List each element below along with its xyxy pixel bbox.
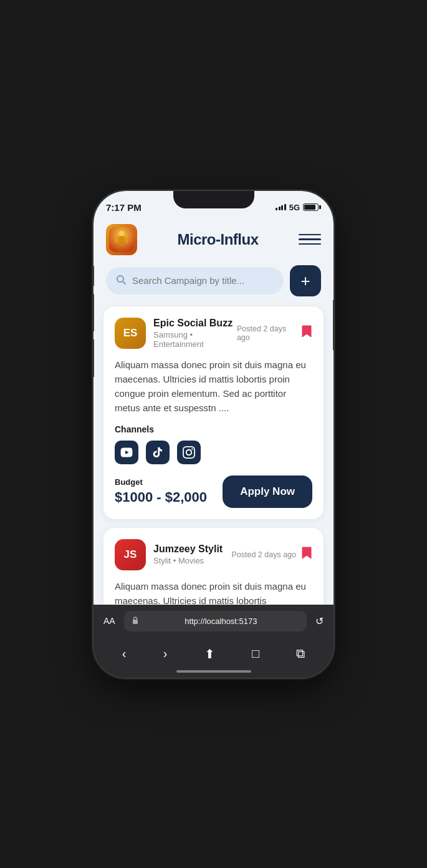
app-header: Micro-Influx — [94, 217, 333, 265]
channels-label-1: Channels — [115, 424, 312, 434]
search-input-wrapper[interactable] — [106, 267, 284, 295]
apply-now-button-1[interactable]: Apply Now — [223, 475, 312, 508]
battery-icon — [303, 203, 321, 211]
search-input[interactable] — [132, 275, 274, 286]
svg-point-1 — [119, 231, 124, 236]
instagram-icon — [183, 446, 195, 459]
hamburger-line-1 — [299, 234, 321, 236]
signal-bar-3 — [281, 205, 283, 210]
back-button[interactable]: ‹ — [117, 644, 132, 663]
svg-point-2 — [117, 248, 127, 251]
tiktok-channel-icon — [146, 441, 170, 464]
brand-info-1: Epic Social Buzz Samsung • Entertainment — [153, 318, 237, 349]
youtube-icon — [120, 446, 133, 459]
refresh-button[interactable]: ↺ — [315, 615, 324, 627]
brand-avatar-js: JS — [115, 539, 146, 570]
browser-aa-button[interactable]: AA — [103, 616, 115, 626]
brand-meta-2: Stylit • Movies — [153, 556, 223, 565]
card-header-right-1: Posted 2 days ago — [237, 324, 312, 342]
card-header-1: ES Epic Social Buzz Samsung • Entertainm… — [115, 318, 312, 349]
card-header-right-2: Posted 2 days ago — [231, 546, 312, 563]
card-header-left-2: JS Jumzeey Stylit Stylit • Movies — [115, 539, 223, 570]
status-time: 7:17 PM — [106, 202, 142, 213]
logo-svg — [109, 227, 134, 252]
channels-icons-1 — [115, 441, 312, 464]
home-indicator[interactable] — [176, 670, 251, 673]
card-description-2: Aliquam massa donec proin sit duis magna… — [115, 579, 312, 605]
signal-bar-4 — [284, 204, 286, 210]
youtube-channel-icon — [115, 441, 138, 464]
tiktok-icon — [151, 446, 164, 459]
search-container: + — [94, 265, 333, 306]
svg-rect-5 — [133, 620, 138, 624]
budget-label-1: Budget — [115, 477, 207, 487]
avatar-text-2: JS — [124, 549, 137, 561]
battery-body — [303, 203, 319, 211]
phone-frame: 7:17 PM 5G — [94, 191, 333, 678]
signal-icon — [276, 204, 286, 210]
search-icon — [116, 275, 126, 287]
hamburger-line-2 — [299, 238, 321, 240]
budget-amount-1: $1000 - $2,000 — [115, 489, 207, 505]
brand-avatar-es: ES — [115, 318, 146, 349]
add-icon: + — [300, 273, 310, 289]
app-title: Micro-Influx — [178, 231, 259, 248]
volume-mute-button[interactable] — [94, 266, 94, 286]
avatar-text-1: ES — [123, 327, 138, 339]
brand-meta-1: Samsung • Entertainment — [153, 330, 237, 349]
tabs-button[interactable]: ⧉ — [291, 644, 310, 663]
card-header-2: JS Jumzeey Stylit Stylit • Movies Posted… — [115, 539, 312, 570]
browser-bar: AA http://localhost:5173 ↺ — [94, 605, 333, 638]
power-button[interactable] — [333, 300, 333, 350]
campaign-card-jumzeey-stylit: JS Jumzeey Stylit Stylit • Movies Posted… — [103, 528, 324, 605]
bookmark-icon-1[interactable] — [301, 324, 312, 341]
hamburger-line-3 — [299, 243, 321, 245]
signal-bar-1 — [276, 208, 277, 210]
browser-url-text: http://localhost:5173 — [143, 617, 299, 626]
instagram-channel-icon — [177, 441, 201, 464]
svg-line-4 — [123, 281, 125, 284]
brand-info-2: Jumzeey Stylit Stylit • Movies — [153, 544, 223, 565]
bookmarks-button[interactable]: □ — [247, 644, 264, 663]
posted-date-2: Posted 2 days ago — [231, 550, 296, 559]
add-campaign-button[interactable]: + — [290, 265, 321, 296]
campaigns-list: ES Epic Social Buzz Samsung • Entertainm… — [94, 306, 333, 605]
budget-section-1: Budget $1000 - $2,000 — [115, 477, 207, 505]
battery-fill — [304, 205, 315, 210]
network-label: 5G — [289, 203, 300, 212]
share-button[interactable]: ⬆ — [199, 644, 220, 664]
status-bar: 7:17 PM 5G — [94, 191, 333, 217]
campaign-card-epic-social-buzz: ES Epic Social Buzz Samsung • Entertainm… — [103, 306, 324, 519]
status-icons: 5G — [276, 203, 321, 212]
brand-name-1: Epic Social Buzz — [153, 318, 237, 329]
bookmark-icon-2[interactable] — [301, 546, 312, 563]
volume-up-button[interactable] — [94, 294, 94, 331]
lock-icon — [132, 616, 139, 627]
signal-bar-2 — [279, 207, 281, 210]
app-logo — [106, 224, 137, 255]
browser-url-bar[interactable]: http://localhost:5173 — [124, 611, 307, 631]
screen: 7:17 PM 5G — [94, 191, 333, 678]
posted-date-1: Posted 2 days ago — [237, 324, 296, 342]
forward-button[interactable]: › — [158, 644, 173, 663]
volume-down-button[interactable] — [94, 339, 94, 377]
card-description-1: Aliquam massa donec proin sit duis magna… — [115, 358, 312, 416]
brand-name-2: Jumzeey Stylit — [153, 544, 223, 555]
hamburger-menu-button[interactable] — [299, 228, 321, 251]
app-content: Micro-Influx — [94, 217, 333, 605]
battery-tip — [319, 205, 321, 209]
card-footer-1: Budget $1000 - $2,000 Apply Now — [115, 475, 312, 508]
card-header-left-1: ES Epic Social Buzz Samsung • Entertainm… — [115, 318, 237, 349]
